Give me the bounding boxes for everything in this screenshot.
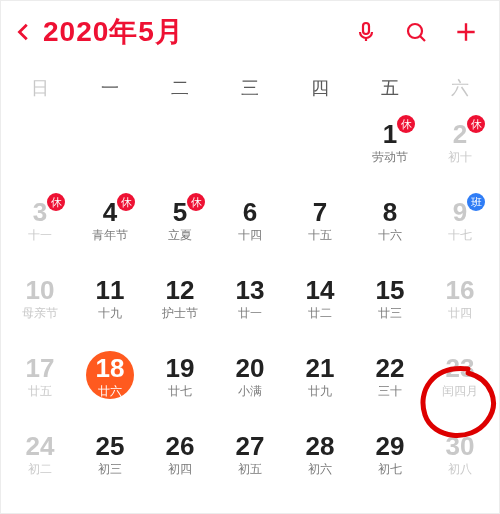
- day-number: 25: [96, 433, 125, 459]
- day-cell[interactable]: 26初四: [145, 425, 215, 503]
- empty-cell: [215, 113, 285, 191]
- day-number: 18: [96, 355, 125, 381]
- search-button[interactable]: [397, 13, 435, 51]
- day-subtitle: 廿二: [308, 307, 332, 319]
- day-subtitle: 母亲节: [22, 307, 58, 319]
- day-subtitle: 护士节: [162, 307, 198, 319]
- day-subtitle: 初二: [28, 463, 52, 475]
- chevron-left-icon: [13, 21, 35, 43]
- day-cell[interactable]: 23闰四月: [425, 347, 495, 425]
- add-button[interactable]: [447, 13, 485, 51]
- day-cell[interactable]: 28初六: [285, 425, 355, 503]
- day-number: 26: [166, 433, 195, 459]
- day-subtitle: 廿五: [28, 385, 52, 397]
- day-subtitle: 小满: [238, 385, 262, 397]
- day-cell[interactable]: 14廿二: [285, 269, 355, 347]
- day-cell[interactable]: 21廿九: [285, 347, 355, 425]
- day-cell[interactable]: 5立夏休: [145, 191, 215, 269]
- holiday-badge: 休: [467, 115, 485, 133]
- day-cell[interactable]: 10母亲节: [5, 269, 75, 347]
- day-cell[interactable]: 13廿一: [215, 269, 285, 347]
- day-cell[interactable]: 24初二: [5, 425, 75, 503]
- day-subtitle: 初七: [378, 463, 402, 475]
- day-cell[interactable]: 18廿六: [75, 347, 145, 425]
- plus-icon: [453, 19, 479, 45]
- calendar-row: 24初二25初三26初四27初五28初六29初七30初八: [5, 425, 495, 503]
- day-subtitle: 廿四: [448, 307, 472, 319]
- day-number: 16: [446, 277, 475, 303]
- day-number: 4: [103, 199, 117, 225]
- day-subtitle: 初四: [168, 463, 192, 475]
- day-number: 28: [306, 433, 335, 459]
- day-cell[interactable]: 29初七: [355, 425, 425, 503]
- day-cell[interactable]: 19廿七: [145, 347, 215, 425]
- day-cell[interactable]: 20小满: [215, 347, 285, 425]
- holiday-badge: 休: [187, 193, 205, 211]
- day-cell[interactable]: 4青年节休: [75, 191, 145, 269]
- calendar-row: 17廿五18廿六19廿七20小满21廿九22三十23闰四月: [5, 347, 495, 425]
- svg-point-1: [408, 24, 422, 38]
- day-number: 17: [26, 355, 55, 381]
- empty-cell: [75, 113, 145, 191]
- day-cell[interactable]: 27初五: [215, 425, 285, 503]
- calendar-row: 3十一休4青年节休5立夏休6十四7十五8十六9十七班: [5, 191, 495, 269]
- day-number: 8: [383, 199, 397, 225]
- month-title[interactable]: 2020年5月: [43, 13, 184, 51]
- back-button[interactable]: [7, 15, 41, 49]
- day-number: 21: [306, 355, 335, 381]
- calendar-grid: 1劳动节休2初十休3十一休4青年节休5立夏休6十四7十五8十六9十七班10母亲节…: [1, 113, 499, 503]
- voice-button[interactable]: [347, 13, 385, 51]
- day-subtitle: 十六: [378, 229, 402, 241]
- day-cell[interactable]: 11十九: [75, 269, 145, 347]
- day-subtitle: 初五: [238, 463, 262, 475]
- day-number: 13: [236, 277, 265, 303]
- holiday-badge: 休: [117, 193, 135, 211]
- day-cell[interactable]: 16廿四: [425, 269, 495, 347]
- day-cell[interactable]: 15廿三: [355, 269, 425, 347]
- search-icon: [404, 20, 428, 44]
- weekday-label: 二: [145, 76, 215, 100]
- day-subtitle: 十九: [98, 307, 122, 319]
- day-subtitle: 劳动节: [372, 151, 408, 163]
- day-number: 20: [236, 355, 265, 381]
- holiday-badge: 休: [397, 115, 415, 133]
- svg-rect-0: [363, 23, 369, 34]
- day-cell[interactable]: 7十五: [285, 191, 355, 269]
- weekday-label: 五: [355, 76, 425, 100]
- day-number: 6: [243, 199, 257, 225]
- weekday-label: 三: [215, 76, 285, 100]
- day-number: 10: [26, 277, 55, 303]
- day-number: 12: [166, 277, 195, 303]
- day-subtitle: 廿七: [168, 385, 192, 397]
- day-cell[interactable]: 9十七班: [425, 191, 495, 269]
- day-subtitle: 青年节: [92, 229, 128, 241]
- day-cell[interactable]: 12护士节: [145, 269, 215, 347]
- weekday-label: 六: [425, 76, 495, 100]
- day-cell[interactable]: 30初八: [425, 425, 495, 503]
- calendar-row: 1劳动节休2初十休: [5, 113, 495, 191]
- empty-cell: [145, 113, 215, 191]
- day-cell[interactable]: 22三十: [355, 347, 425, 425]
- day-number: 2: [453, 121, 467, 147]
- day-cell[interactable]: 17廿五: [5, 347, 75, 425]
- day-cell[interactable]: 25初三: [75, 425, 145, 503]
- day-subtitle: 闰四月: [442, 385, 478, 397]
- day-subtitle: 初六: [308, 463, 332, 475]
- day-cell[interactable]: 3十一休: [5, 191, 75, 269]
- day-cell[interactable]: 1劳动节休: [355, 113, 425, 191]
- day-number: 24: [26, 433, 55, 459]
- day-number: 23: [446, 355, 475, 381]
- weekday-label: 日: [5, 76, 75, 100]
- weekday-label: 一: [75, 76, 145, 100]
- day-subtitle: 十七: [448, 229, 472, 241]
- day-cell[interactable]: 8十六: [355, 191, 425, 269]
- day-subtitle: 廿九: [308, 385, 332, 397]
- day-number: 9: [453, 199, 467, 225]
- day-number: 5: [173, 199, 187, 225]
- day-number: 22: [376, 355, 405, 381]
- day-cell[interactable]: 6十四: [215, 191, 285, 269]
- day-cell[interactable]: 2初十休: [425, 113, 495, 191]
- day-number: 19: [166, 355, 195, 381]
- day-subtitle: 十一: [28, 229, 52, 241]
- day-number: 29: [376, 433, 405, 459]
